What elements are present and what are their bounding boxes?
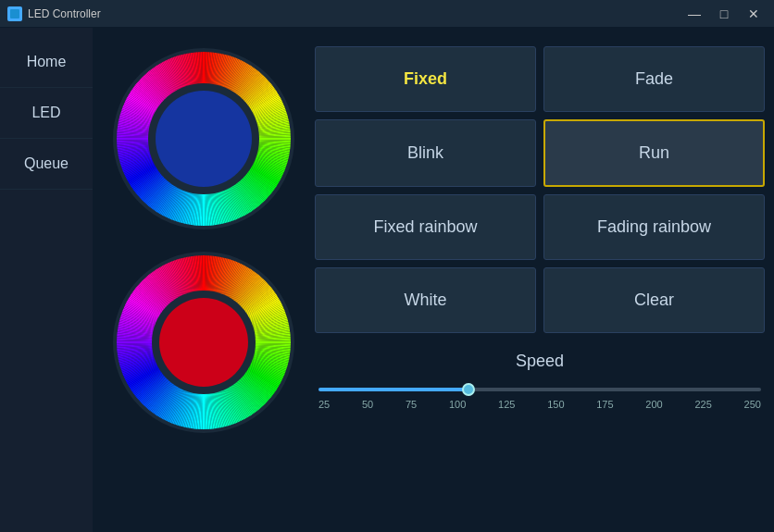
title-bar-title: LED Controller	[28, 7, 101, 20]
tick-100: 100	[449, 399, 466, 410]
sidebar: Home LED Queue	[0, 28, 93, 532]
maximize-button[interactable]: □	[711, 5, 737, 23]
app-icon	[7, 6, 22, 21]
color-wheel-2[interactable]	[111, 250, 296, 435]
clear-button[interactable]: Clear	[543, 267, 765, 333]
tick-150: 150	[547, 399, 564, 410]
white-button[interactable]: White	[315, 267, 536, 333]
controls-column: Fixed Fade Blink Run Fixed rainbow Fadin…	[315, 46, 765, 513]
fading-rainbow-button[interactable]: Fading rainbow	[543, 194, 765, 260]
slider-ticks: 25 50 75 100 125 150 175 200 225 250	[318, 399, 761, 410]
slider-container: 25 50 75 100 125 150 175 200 225 250	[315, 378, 765, 410]
color-wheel-1[interactable]	[111, 46, 296, 231]
svg-rect-0	[10, 9, 19, 19]
tick-125: 125	[498, 399, 515, 410]
content-area: Fixed Fade Blink Run Fixed rainbow Fadin…	[93, 28, 774, 532]
wheels-column	[111, 46, 296, 513]
sidebar-item-queue[interactable]: Queue	[0, 139, 93, 190]
speed-section: Speed 25 50 75 100 125 150 175 200 225 2…	[315, 352, 765, 410]
tick-25: 25	[318, 399, 330, 410]
sidebar-item-home[interactable]: Home	[0, 37, 93, 88]
button-grid: Fixed Fade Blink Run Fixed rainbow Fadin…	[315, 46, 765, 333]
tick-75: 75	[406, 399, 417, 410]
fade-button[interactable]: Fade	[543, 46, 765, 112]
tick-200: 200	[645, 399, 662, 410]
speed-label: Speed	[516, 352, 564, 371]
close-button[interactable]: ✕	[741, 5, 767, 23]
speed-slider[interactable]	[318, 388, 761, 391]
tick-50: 50	[362, 399, 373, 410]
tick-250: 250	[744, 399, 761, 410]
fixed-button[interactable]: Fixed	[315, 46, 536, 112]
tick-225: 225	[694, 399, 711, 410]
title-bar-controls: — □ ✕	[681, 5, 767, 23]
run-button[interactable]: Run	[543, 119, 765, 187]
title-bar-left: LED Controller	[7, 6, 101, 21]
fixed-rainbow-button[interactable]: Fixed rainbow	[315, 194, 536, 260]
minimize-button[interactable]: —	[681, 5, 707, 23]
sidebar-item-led[interactable]: LED	[0, 88, 93, 139]
blink-button[interactable]: Blink	[315, 119, 536, 187]
wheel1-canvas	[111, 46, 296, 231]
wheel2-canvas	[111, 250, 296, 435]
title-bar: LED Controller — □ ✕	[0, 0, 774, 28]
main-layout: Home LED Queue Fixed	[0, 28, 774, 532]
tick-175: 175	[596, 399, 613, 410]
